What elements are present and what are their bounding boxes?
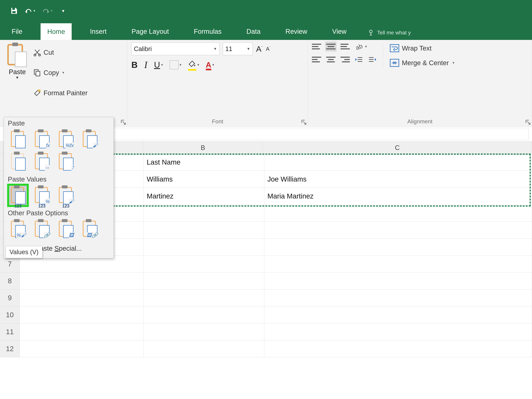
tell-me-label: Tell me what y [377,30,411,36]
row-header[interactable]: 8 [0,272,20,289]
paste-keep-col-widths-icon[interactable]: ↔ [33,152,51,171]
excel-window: ▾ ▾ ▾ File Home Insert Page Layout Formu… [0,0,532,399]
merge-center-button[interactable]: Merge & Center ▾ [390,59,454,67]
quick-access-toolbar: ▾ ▾ ▾ [0,0,532,22]
alignment-launcher-icon[interactable] [526,120,531,125]
paste-picture-icon[interactable]: 🖼 [57,219,75,239]
undo-icon[interactable]: ▾ [25,7,35,15]
cell[interactable] [264,154,532,171]
clipboard-launcher-icon[interactable] [121,120,126,125]
paste-no-borders-icon[interactable] [9,152,27,171]
cell[interactable]: Williams [144,171,264,188]
wrap-text-label: Wrap Text [402,44,431,52]
align-left-icon[interactable] [312,56,321,63]
align-middle-icon[interactable] [325,42,336,51]
align-top-icon[interactable] [312,43,321,51]
paste-linked-picture-icon[interactable]: 🖼🔗 [81,219,99,239]
paste-values-numberfmt-icon[interactable]: %123 [33,185,51,205]
formula-input[interactable] [107,128,529,140]
svg-point-13 [194,65,195,66]
cut-label: Cut [44,49,54,56]
paste-values-section-label: Paste Values [4,173,114,185]
paste-keep-source-fmt-icon[interactable]: 🖌 [81,129,99,149]
svg-rect-3 [371,33,371,35]
bold-button[interactable]: B [131,60,138,70]
font-group-title: Font [131,118,304,125]
svg-point-2 [370,30,372,33]
row-header[interactable]: 9 [0,289,20,306]
cell[interactable]: Martinez [144,188,264,205]
increase-font-icon[interactable]: Aˆ [256,44,262,54]
group-font: Calibri▼ 11▼ Aˆ Aˇ B I U▾ ▾ ▾ [127,40,308,126]
increase-indent-icon[interactable] [368,56,376,63]
table-row: 8 [0,272,532,289]
copy-button[interactable]: Copy ▾ [33,64,88,81]
font-color-button[interactable]: A▾ [206,60,214,69]
decrease-indent-icon[interactable] [355,56,363,63]
col-header-C[interactable]: C [263,142,532,154]
align-center-icon[interactable] [326,56,336,63]
font-size-value: 11 [225,45,232,52]
cell[interactable]: Joe Williams [264,171,532,188]
borders-button[interactable]: ▾ [170,60,181,69]
qat-customize-icon[interactable]: ▾ [59,7,67,15]
svg-rect-0 [12,8,15,10]
save-icon[interactable] [10,7,18,15]
font-size-select[interactable]: 11▼ [223,43,253,55]
col-header-B[interactable]: B [143,142,263,154]
italic-button[interactable]: I [144,59,147,70]
font-name-select[interactable]: Calibri▼ [131,43,219,55]
tab-page-layout[interactable]: Page Layout [125,23,176,40]
paste-values-icon[interactable]: 123 [9,185,27,205]
table-row: 12 [0,340,532,357]
font-name-value: Calibri [134,45,152,52]
alignment-group-title: Alignment [312,118,528,125]
ribbon-tabs: File Home Insert Page Layout Formulas Da… [0,22,532,40]
tab-view[interactable]: View [325,23,353,40]
row-header[interactable]: 11 [0,323,20,340]
svg-rect-12 [38,90,41,92]
paste-formulas-numberfmt-icon[interactable]: %fx [57,129,75,149]
align-bottom-icon[interactable] [341,43,350,51]
tab-review[interactable]: Review [279,23,314,40]
paste-link-icon[interactable]: 🔗 [33,219,51,239]
wrap-text-button[interactable]: Wrap Text [390,44,454,52]
orientation-button[interactable]: ab▾ [355,43,367,51]
table-row: 11 [0,323,532,340]
paste-section-label: Paste [4,117,114,129]
paste-dropdown-arrow[interactable]: ▼ [15,76,19,80]
cut-button[interactable]: Cut [33,44,88,61]
table-row: 9 [0,289,532,306]
row-header[interactable]: 10 [0,306,20,323]
decrease-font-icon[interactable]: Aˇ [266,46,271,52]
tab-file[interactable]: File [5,23,29,40]
paste-button[interactable]: Paste ▼ [4,43,31,80]
paste-values-sourcefmt-icon[interactable]: 🖌123 [57,185,75,205]
redo-icon: ▾ [42,7,52,15]
tooltip-values: Values (V) [6,246,42,258]
group-alignment: ab▾ Wrap Text [308,40,532,126]
underline-button[interactable]: U▾ [154,60,163,70]
align-right-icon[interactable] [341,56,350,63]
cell[interactable]: Last Name [144,154,264,171]
cell[interactable]: Maria Martinez [264,188,532,205]
svg-text:ab: ab [355,43,364,51]
svg-rect-6 [12,43,18,46]
svg-rect-11 [36,71,40,76]
tab-formulas[interactable]: Formulas [187,23,228,40]
paste-transpose-icon[interactable]: ⤴ [57,152,75,171]
tab-home[interactable]: Home [41,23,72,40]
tell-me-search[interactable]: Tell me what y [368,29,411,40]
paste-formatting-icon[interactable]: %🖌 [9,219,27,239]
tab-insert[interactable]: Insert [83,23,113,40]
tab-data[interactable]: Data [240,23,267,40]
paste-default-icon[interactable] [9,129,27,149]
row-header[interactable]: 12 [0,340,20,357]
paste-options-menu: Paste fx %fx 🖌 ↔ ⤴ Paste Values 123 %123… [4,117,114,258]
merge-center-label: Merge & Center [402,59,449,67]
format-painter-label: Format Painter [44,89,88,97]
paste-formulas-icon[interactable]: fx [33,129,51,149]
format-painter-button[interactable]: Format Painter [33,84,88,101]
font-launcher-icon[interactable] [301,120,306,125]
fill-color-button[interactable]: ▾ [188,60,199,70]
